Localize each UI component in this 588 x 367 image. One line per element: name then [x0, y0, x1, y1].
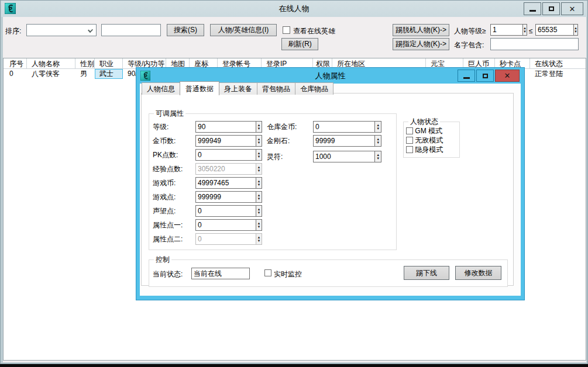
warehouse-gold-input[interactable] — [314, 122, 374, 132]
search-button[interactable]: 搜索(S) — [167, 24, 204, 36]
cell-name[interactable]: 八零侠客 — [27, 69, 75, 79]
gm-mode-row: GM 模式 — [406, 127, 442, 135]
close-icon — [504, 71, 511, 80]
maximize-button[interactable] — [542, 2, 560, 15]
search-input[interactable] — [101, 24, 161, 36]
spinner-buttons-icon[interactable] — [256, 220, 262, 230]
field-label: 金刚石: — [267, 135, 290, 147]
name-contains-label: 名字包含: — [454, 41, 484, 49]
kick-offline-now-button[interactable]: 踢下线 — [404, 266, 449, 280]
field-label: 游戏点: — [153, 193, 176, 201]
level-max-spinner[interactable] — [535, 24, 578, 36]
minimize-icon — [529, 10, 536, 12]
level-min-input[interactable] — [491, 25, 522, 35]
attribute-point-2-input — [196, 234, 256, 244]
spinner-buttons-icon[interactable] — [256, 150, 262, 160]
view-heroes-checkbox[interactable] — [283, 26, 290, 34]
spinner-buttons-icon[interactable] — [374, 122, 381, 132]
talisman-input[interactable] — [314, 151, 374, 162]
gm-mode-checkbox[interactable] — [406, 127, 413, 134]
diamond-field[interactable] — [313, 135, 381, 147]
level-min-spinner[interactable] — [490, 24, 527, 36]
realtime-monitor-label: 实时监控 — [274, 269, 302, 279]
invincible-mode-checkbox[interactable] — [406, 137, 413, 144]
spinner-buttons-icon[interactable] — [256, 178, 262, 188]
diamond-input[interactable] — [314, 136, 374, 146]
lte-label: ≤ — [529, 27, 533, 35]
level-filter-label: 人物等级≥ — [454, 27, 486, 35]
column-header[interactable]: 人物名称 — [27, 58, 75, 68]
spinner-buttons-icon — [256, 164, 262, 174]
name-contains-input[interactable] — [490, 38, 579, 50]
pk-points-field[interactable] — [195, 149, 262, 161]
current-status-input[interactable] — [191, 268, 250, 279]
spinner-buttons-icon[interactable] — [374, 151, 381, 162]
refresh-button[interactable]: 刷新(R) — [281, 38, 318, 50]
main-titlebar[interactable]: 在线人物 — [1, 1, 587, 17]
chevron-down-icon — [88, 27, 93, 33]
reputation-field[interactable] — [195, 205, 262, 217]
spinner-buttons-icon[interactable] — [256, 192, 262, 202]
kick-specific-button[interactable]: 踢指定人物(K)-> — [393, 38, 449, 50]
gm-mode-label: GM 模式 — [415, 127, 442, 135]
field-label: 经验点数: — [153, 165, 183, 173]
game-coin-field[interactable] — [195, 177, 262, 189]
maximize-icon — [483, 74, 488, 78]
tab-backpack[interactable]: 背包物品 — [257, 82, 295, 95]
field-label: 等级: — [153, 123, 169, 131]
column-header[interactable]: 在线状态 — [530, 58, 586, 68]
cell-gender[interactable]: 男 — [75, 69, 95, 79]
exp-points-input — [196, 164, 256, 174]
kick-offline-button[interactable]: 踢脱机人物(K)-> — [393, 24, 449, 36]
stealth-mode-label: 隐身模式 — [415, 146, 443, 154]
column-header[interactable]: 性别 — [75, 58, 95, 68]
cell-index[interactable]: 0 — [4, 69, 27, 79]
gold-field[interactable] — [195, 135, 262, 147]
spinner-buttons-icon[interactable] — [573, 25, 577, 35]
attribute-point-2-field — [195, 233, 262, 245]
tab-character-info[interactable]: 人物信息 — [142, 82, 180, 95]
spinner-buttons-icon[interactable] — [256, 122, 262, 132]
spinner-buttons-icon[interactable] — [374, 136, 381, 146]
level-field[interactable] — [195, 121, 262, 133]
stealth-mode-checkbox[interactable] — [406, 146, 413, 153]
tab-general-data[interactable]: 普通数据 — [180, 81, 219, 95]
cell-job-selected[interactable]: 武士 — [95, 69, 123, 79]
level-max-input[interactable] — [536, 25, 573, 35]
close-button[interactable] — [561, 2, 583, 15]
spinner-buttons-icon[interactable] — [522, 25, 527, 35]
talisman-field[interactable] — [313, 151, 381, 162]
attribute-point-1-input[interactable] — [196, 220, 256, 230]
minimize-icon — [463, 77, 470, 79]
modify-data-button[interactable]: 修改数据 — [455, 266, 501, 280]
gold-input[interactable] — [196, 136, 256, 146]
dialog-tabs: 人物信息 普通数据 身上装备 背包物品 仓库物品 — [142, 81, 333, 95]
column-header[interactable]: 序号 — [4, 58, 27, 68]
warehouse-gold-field[interactable] — [313, 121, 381, 133]
realtime-monitor-checkbox[interactable] — [264, 269, 271, 276]
invincible-mode-row: 无敌模式 — [406, 136, 443, 144]
tab-equipment[interactable]: 身上装备 — [219, 82, 257, 95]
attribute-point-1-field[interactable] — [195, 219, 262, 231]
control-group: 控制 当前状态: 实时监控 踢下线 修改数据 — [149, 259, 508, 287]
column-header[interactable]: 职业 — [95, 58, 123, 68]
taskbar-sliver[interactable] — [0, 364, 588, 367]
game-coin-input[interactable] — [196, 178, 256, 188]
minimize-button[interactable] — [524, 2, 541, 15]
game-points-field[interactable] — [195, 191, 262, 203]
tab-warehouse[interactable]: 仓库物品 — [295, 82, 333, 95]
reputation-input[interactable] — [196, 206, 256, 216]
spinner-buttons-icon[interactable] — [256, 206, 262, 216]
hero-info-button[interactable]: 人物/英雄信息(I) — [210, 24, 277, 36]
cell-online-status[interactable]: 正常登陆 — [530, 69, 586, 79]
dialog-minimize-button[interactable] — [458, 70, 475, 82]
game-points-input[interactable] — [196, 192, 256, 202]
dialog-close-button[interactable] — [495, 70, 520, 82]
sort-label: 排序: — [5, 27, 21, 35]
level-value-input[interactable] — [196, 122, 256, 132]
dialog-maximize-button[interactable] — [476, 70, 494, 82]
pk-points-input[interactable] — [196, 150, 256, 160]
spinner-buttons-icon[interactable] — [256, 136, 262, 146]
sort-combobox[interactable] — [26, 24, 97, 36]
group-label: 人物状态 — [408, 117, 440, 126]
